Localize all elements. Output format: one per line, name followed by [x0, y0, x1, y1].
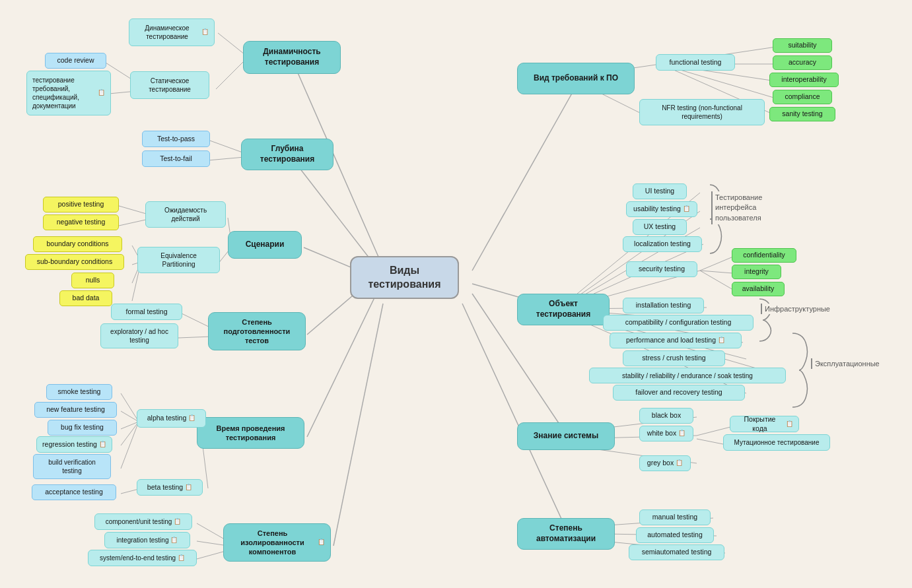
node-white-box: white box 📋: [639, 426, 693, 441]
node-mutacionnoe: Мутационное тестирование: [723, 434, 830, 451]
node-boundary: boundary conditions: [33, 236, 122, 252]
svg-line-28: [121, 393, 139, 422]
branch-vid-treb: Вид требований к ПО: [517, 63, 635, 94]
svg-line-25: [178, 337, 211, 338]
node-grey-box: grey box 📋: [639, 455, 691, 471]
svg-line-18: [119, 206, 149, 214]
branch-avtomatizacia: Степень автоматизации: [517, 518, 615, 550]
node-confidentiality: confidentiality: [732, 248, 796, 263]
node-security: security testing: [626, 261, 697, 277]
svg-line-5: [333, 304, 383, 546]
node-exploratory: exploratory / ad hoc testing: [100, 323, 178, 348]
branch-glubina: Глубина тестирования: [241, 139, 333, 170]
node-automated: automated testing: [636, 527, 714, 543]
svg-line-9: [462, 304, 569, 536]
svg-line-4: [307, 294, 376, 437]
node-sub-boundary: sub-boundary conditions: [25, 254, 124, 270]
node-accuracy: accuracy: [773, 55, 832, 70]
svg-line-57: [700, 271, 733, 290]
node-acceptance: acceptance testing: [32, 484, 116, 500]
node-ui: UI testing: [633, 183, 687, 199]
svg-line-55: [700, 257, 733, 271]
node-compat-config: compatibility / configuration testing: [603, 315, 754, 331]
svg-line-32: [121, 422, 139, 469]
node-installation: installation testing: [623, 298, 704, 313]
brace-ui-label: Тестирование интерфейса пользователя: [711, 191, 790, 224]
branch-stsenarii: Сценарии: [228, 231, 302, 259]
node-alpha: alpha testing 📋: [137, 409, 206, 428]
svg-line-24: [182, 313, 211, 328]
node-sanity: sanity testing: [769, 107, 835, 121]
node-smoke: smoke testing: [46, 384, 112, 400]
branch-vremya: Время проведения тестирования: [197, 417, 304, 449]
node-manual: manual testing: [639, 509, 711, 525]
branch-dinamika: Динамичность тестирования: [243, 41, 341, 74]
node-suitability: suitability: [773, 38, 832, 53]
node-positive: positive testing: [43, 197, 119, 212]
brace-infra-label: Инфраструктурные: [761, 304, 847, 314]
node-formal: formal testing: [111, 304, 182, 320]
node-pokrytie: Покрытие кода 📋: [730, 416, 799, 432]
node-build-verif: build verification testing: [33, 454, 111, 479]
central-label: Виды тестирования: [368, 264, 441, 292]
node-nulls: nulls: [71, 273, 114, 288]
svg-line-23: [132, 272, 139, 301]
node-negative: negative testing: [43, 214, 119, 230]
node-localization: localization testing: [623, 236, 702, 252]
svg-line-11: [216, 61, 244, 89]
node-interoperability: interoperability: [769, 73, 839, 87]
svg-line-62: [697, 439, 726, 445]
node-staticheskoe: Статическое тестирование: [130, 71, 209, 99]
node-ux: UX testing: [633, 219, 687, 235]
branch-izolyacia: Степень изолированности компонентов 📋: [223, 523, 331, 562]
branch-label: Глубина тестирования: [247, 144, 328, 164]
svg-line-30: [121, 422, 139, 429]
node-black-box: black box: [639, 408, 693, 424]
node-stress: stress / crush testing: [623, 350, 725, 366]
branch-podgotovka: Степень подготовленности тестов: [208, 312, 306, 350]
brace-expluatac-label: Эксплуатационные: [811, 358, 898, 369]
svg-line-10: [218, 33, 244, 54]
node-test-spec: тестирование требований, спецификаций, д…: [26, 71, 111, 115]
node-integrity: integrity: [732, 265, 781, 279]
node-semiautomated: semiautomated testing: [629, 544, 724, 560]
node-regression: regression testing 📋: [36, 436, 112, 453]
node-failover: failover and recovery testing: [613, 385, 745, 401]
node-ozhidaemost: Ожидаемость действий: [145, 201, 226, 228]
node-test-to-pass: Test-to-pass: [142, 131, 210, 147]
node-beta: beta testing 📋: [137, 479, 203, 496]
branch-znanie: Знание системы: [517, 422, 615, 450]
svg-line-29: [121, 411, 139, 422]
mind-map: Виды тестирования Динамичность тестирова…: [0, 0, 912, 588]
svg-line-56: [700, 271, 733, 273]
node-component: component/unit testing 📋: [94, 513, 192, 530]
node-system-e2e: system/end-to-end testing 📋: [88, 550, 197, 566]
node-label: Динамическое тестирование: [135, 24, 199, 41]
branch-label: Динамичность тестирования: [249, 47, 335, 67]
svg-line-31: [121, 422, 139, 445]
node-availability: availability: [732, 282, 785, 296]
node-functional: functional testing: [656, 54, 735, 71]
node-label: Статическое тестирование: [136, 77, 203, 94]
svg-line-19: [119, 219, 149, 226]
node-bug-fix: bug fix testing: [48, 420, 117, 436]
node-stability: stability / reliability / endurance / so…: [589, 368, 786, 383]
branch-objekt: Объект тестирования: [517, 294, 610, 325]
node-dinamicheskie: Динамическое тестирование 📋: [129, 18, 215, 46]
node-bad-data: bad data: [59, 290, 112, 306]
node-usability: usability testing 📋: [626, 201, 697, 217]
node-code-review: code review: [45, 53, 106, 69]
svg-line-14: [208, 140, 244, 153]
svg-line-15: [208, 157, 244, 160]
node-test-to-fail: Test-to-fail: [142, 150, 210, 167]
svg-line-6: [472, 81, 579, 271]
node-compliance: compliance: [773, 90, 832, 104]
node-perf-load: performance and load testing 📋: [610, 333, 742, 348]
node-new-feature: new feature testing: [34, 402, 117, 418]
svg-line-33: [121, 489, 139, 494]
node-integration: integration testing 📋: [104, 532, 190, 548]
branch-label: Сценарии: [246, 240, 285, 250]
node-nfr: NFR testing (non-functional requirements…: [639, 99, 765, 125]
svg-line-1: [291, 156, 376, 267]
central-node: Виды тестирования: [350, 256, 459, 299]
